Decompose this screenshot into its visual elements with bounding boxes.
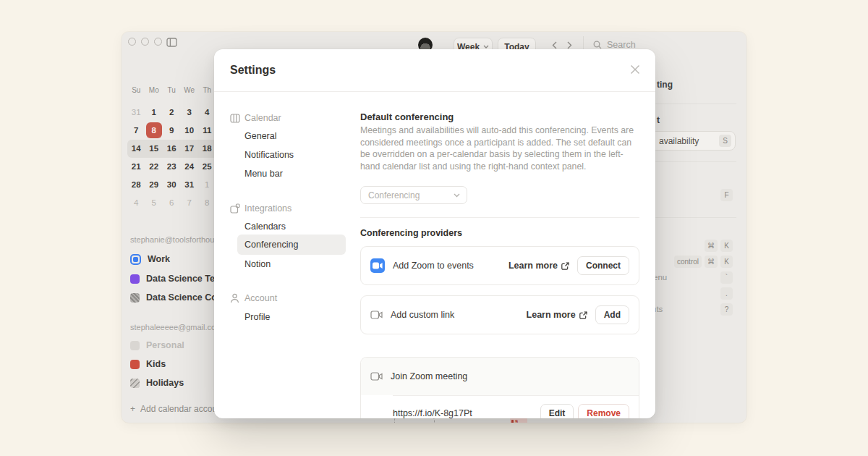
add-calendar-account-button[interactable]: + Add calendar account <box>130 404 224 414</box>
calendar-day[interactable]: 16 <box>163 139 181 157</box>
calendar-list-item[interactable]: Data Science Team <box>130 272 228 285</box>
account-email: stephaleeeee@gmail.co <box>130 321 216 334</box>
settings-sidebar: Calendar General Notifications Menu bar … <box>230 91 346 418</box>
calendar-day[interactable]: 5 <box>145 193 163 211</box>
provider-card-zoom: Add Zoom to events Learn more Connect <box>360 246 639 285</box>
calendar-color-checkbox[interactable] <box>130 293 140 303</box>
calendar-day[interactable]: 2 <box>163 103 181 121</box>
calendar-day[interactable]: 18 <box>198 139 216 157</box>
sidebar-item-notifications[interactable]: Notifications <box>230 148 294 162</box>
calendar-day[interactable]: 28 <box>127 175 145 193</box>
search-icon <box>593 41 602 49</box>
calendar-day[interactable]: 7 <box>181 193 199 211</box>
conferencing-select[interactable]: Conferencing <box>360 186 467 204</box>
calendar-day[interactable]: 22 <box>145 157 163 175</box>
calendar-color-checkbox[interactable] <box>130 360 140 369</box>
sidebar-item-notion[interactable]: Notion <box>230 257 271 271</box>
page-background: Week Today Search Su Mo Tu We Th 31 1 <box>0 0 868 456</box>
sidebar-item-menu-bar[interactable]: Menu bar <box>230 166 283 181</box>
close-window-button[interactable] <box>128 38 136 46</box>
calendar-day[interactable]: 4 <box>198 103 216 121</box>
calendar-list-item[interactable]: Kids <box>130 358 166 371</box>
next-arrow-icon[interactable] <box>567 41 572 49</box>
calendar-list-item[interactable]: Holidays <box>130 376 184 389</box>
keycap-question: ? <box>720 303 733 316</box>
calendar-color-checkbox[interactable] <box>130 254 141 265</box>
sidebar-item-profile[interactable]: Profile <box>230 310 270 324</box>
section-header-account: Account <box>230 291 277 305</box>
window-controls[interactable] <box>128 38 162 46</box>
keycap-backtick: ` <box>720 271 733 284</box>
custom-link-card: Join Zoom meeting https://f.io/K-8g17Pt … <box>360 357 639 418</box>
sidebar-item-calendars[interactable]: Calendars <box>230 219 286 234</box>
chevron-down-icon <box>454 193 460 198</box>
mini-calendar-day-headers: Su Mo Tu We Th <box>127 86 216 94</box>
search-field[interactable]: Search <box>593 40 636 50</box>
calendar-day[interactable]: 24 <box>181 157 199 175</box>
sidebar-item-general[interactable]: General <box>230 129 276 143</box>
calendar-day[interactable]: 21 <box>127 157 145 175</box>
calendar-day[interactable]: 1 <box>145 103 163 121</box>
calendar-day[interactable]: 3 <box>181 103 199 121</box>
keycap-k: K <box>720 256 733 268</box>
calendar-day[interactable]: 23 <box>163 157 181 175</box>
camera-icon <box>370 372 383 381</box>
availability-button[interactable]: availability S <box>645 131 736 151</box>
calendar-color-checkbox[interactable] <box>130 379 140 388</box>
provider-card-custom-link: Add custom link Learn more Add <box>360 295 639 334</box>
calendar-day[interactable]: 30 <box>163 175 181 193</box>
calendar-day-selected[interactable]: 8 <box>145 121 163 139</box>
calendar-day[interactable]: 8 <box>198 193 216 211</box>
calendar-color-checkbox[interactable] <box>130 274 140 284</box>
calendar-day[interactable]: 25 <box>198 157 216 175</box>
calendar-day[interactable]: 31 <box>181 175 199 193</box>
calendar-day[interactable]: 29 <box>145 175 163 193</box>
calendar-day[interactable]: 31 <box>127 103 145 121</box>
calendar-list-item[interactable]: Data Science Core <box>130 291 226 304</box>
sidebar-item-conferencing[interactable]: Conferencing <box>230 237 298 252</box>
learn-more-link[interactable]: Learn more <box>509 261 569 271</box>
event-fragment: 9 <box>510 418 527 423</box>
add-button[interactable]: Add <box>595 305 629 324</box>
modal-title: Settings <box>230 64 276 77</box>
calendar-day[interactable]: 10 <box>181 121 199 139</box>
calendar-list-item[interactable]: Personal <box>130 339 184 352</box>
keycap-f: F <box>720 189 733 201</box>
shortcut-row: . <box>720 287 733 300</box>
shortcut-row: F <box>720 189 733 201</box>
calendar-color-checkbox[interactable] <box>130 341 140 350</box>
panel-divider <box>655 217 736 218</box>
edit-button[interactable]: Edit <box>540 404 574 418</box>
calendar-day[interactable]: 4 <box>127 193 145 211</box>
learn-more-link[interactable]: Learn more <box>527 310 587 320</box>
panel-subheading-fragment: t <box>657 115 660 125</box>
keycap-comma: . <box>720 287 733 300</box>
calendar-day[interactable]: 9 <box>163 121 181 139</box>
calendar-day[interactable]: 14 <box>127 139 145 157</box>
remove-button[interactable]: Remove <box>578 404 629 418</box>
shortcut-row: ` <box>720 271 733 284</box>
sidebar-toggle-icon[interactable] <box>166 38 177 47</box>
calendar-day[interactable]: 17 <box>181 139 199 157</box>
minimize-window-button[interactable] <box>141 38 149 46</box>
calendar-icon <box>230 114 240 123</box>
content-divider <box>360 217 639 218</box>
connect-button[interactable]: Connect <box>577 256 629 275</box>
prev-arrow-icon[interactable] <box>552 41 557 49</box>
calendar-day[interactable]: 6 <box>163 193 181 211</box>
calendar-list-item[interactable]: Work <box>130 253 170 266</box>
calendar-day[interactable]: 7 <box>127 121 145 139</box>
mini-calendar-grid: 31 1 2 3 4 7 8 9 10 11 14 15 16 17 18 21… <box>127 103 216 211</box>
keycap-s: S <box>719 135 731 147</box>
calendar-day[interactable]: 11 <box>198 121 216 139</box>
camera-icon <box>370 311 383 319</box>
panel-heading-fragment: ting <box>657 80 673 90</box>
shortcut-row: ⌘ K <box>705 240 733 252</box>
close-icon[interactable] <box>629 64 641 75</box>
panel-divider <box>655 161 736 162</box>
zoom-icon <box>370 258 385 273</box>
calendar-day[interactable]: 1 <box>198 175 216 193</box>
integrations-icon <box>230 203 240 214</box>
calendar-day[interactable]: 15 <box>145 139 163 157</box>
zoom-window-button[interactable] <box>154 38 162 46</box>
